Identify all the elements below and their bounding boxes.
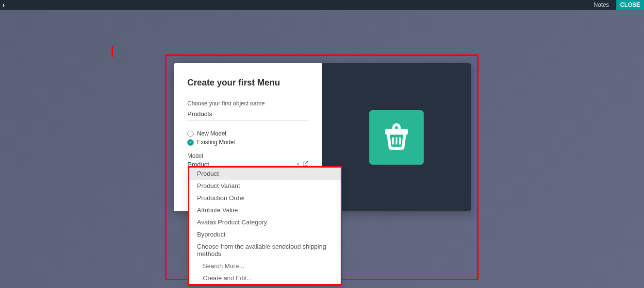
top-bar: › Notes CLOSE [0,0,644,10]
svg-line-0 [305,161,308,164]
notes-button[interactable]: Notes [586,1,616,8]
basket-icon [380,120,413,154]
topbar-left: › [2,1,5,9]
radio-new-model-row[interactable]: New Model [187,130,309,137]
dropdown-item-product-variant[interactable]: Product Variant [189,180,341,192]
dropdown-item-attribute-value[interactable]: Attribute Value [189,204,341,216]
object-name-label: Choose your first object name [187,100,309,107]
topbar-right: Notes CLOSE [586,0,644,10]
close-button[interactable]: CLOSE [616,0,644,10]
radio-new-label: New Model [197,130,226,137]
basket-tile [369,110,424,165]
radio-checked-icon: ✓ [187,139,194,146]
dropdown-item-product[interactable]: Product [189,168,341,180]
dropdown-item-production-order[interactable]: Production Order [189,192,341,204]
model-field-label: Model [187,152,309,159]
object-name-input[interactable] [187,109,309,120]
chevron-right-icon[interactable]: › [2,1,5,9]
model-dropdown: Product Product Variant Production Order… [188,166,342,286]
dropdown-item-avatax-category[interactable]: Avatax Product Category [189,216,341,228]
modal-preview-panel [322,63,471,211]
radio-unchecked-icon [187,131,194,137]
dropdown-search-more[interactable]: Search More... [189,260,341,272]
dropdown-create-edit[interactable]: Create and Edit... [189,272,341,284]
annotation-cursor [112,46,113,57]
workspace: Create your first Menu Choose your first… [0,10,644,288]
dropdown-item-byproduct[interactable]: Byproduct [189,228,341,240]
radio-existing-label: Existing Model [197,139,235,146]
dropdown-item-sendcloud[interactable]: Choose from the available sendcloud ship… [189,240,341,260]
radio-existing-model-row[interactable]: ✓ Existing Model [187,139,309,146]
modal-title: Create your first Menu [187,78,309,88]
